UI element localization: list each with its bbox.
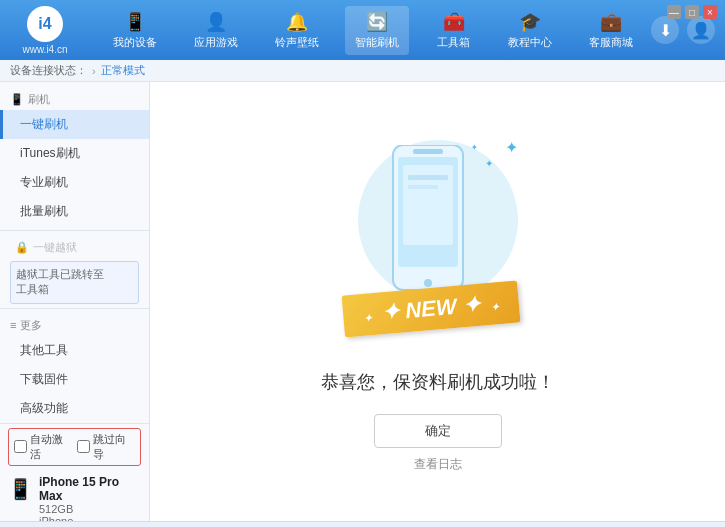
success-text: 恭喜您，保资料刷机成功啦！	[321, 370, 555, 394]
sidebar-item-download-fw[interactable]: 下载固件	[0, 365, 149, 394]
sidebar-divider-1	[0, 230, 149, 231]
nav-service[interactable]: 💼 客服商城	[579, 6, 643, 55]
device-name: iPhone 15 Pro Max	[39, 475, 141, 503]
sidebar-section-jailbreak: 🔒 一键越狱	[0, 235, 149, 258]
tutorials-icon: 🎓	[519, 11, 541, 33]
logo-text: www.i4.cn	[22, 44, 67, 55]
skip-wizard-checkbox[interactable]: 跳过向导	[77, 432, 135, 462]
sidebar-item-advanced[interactable]: 高级功能	[0, 394, 149, 423]
svg-point-3	[424, 279, 432, 287]
nav-smart-flash-label: 智能刷机	[355, 35, 399, 50]
confirm-button[interactable]: 确定	[374, 414, 502, 448]
sidebar-divider-2	[0, 308, 149, 309]
maximize-button[interactable]: □	[685, 5, 699, 19]
header: i4 www.i4.cn 📱 我的设备 👤 应用游戏 🔔 铃声壁纸 🔄 智能刷机	[0, 0, 725, 60]
nav-ringtones-label: 铃声壁纸	[275, 35, 319, 50]
sidebar-item-itunes-flash[interactable]: iTunes刷机	[0, 139, 149, 168]
new-badge: ✦ NEW ✦	[341, 280, 520, 337]
main-area: 📱 刷机 一键刷机 iTunes刷机 专业刷机 批量刷机 🔒 一键越狱	[0, 82, 725, 521]
log-link[interactable]: 查看日志	[414, 456, 462, 473]
app-games-icon: 👤	[205, 11, 227, 33]
skip-wizard-input[interactable]	[77, 440, 90, 453]
nav-smart-flash[interactable]: 🔄 智能刷机	[345, 6, 409, 55]
ringtones-icon: 🔔	[286, 11, 308, 33]
nav-my-device-label: 我的设备	[113, 35, 157, 50]
flash-section-title: 刷机	[28, 92, 50, 107]
phone-svg	[388, 145, 468, 295]
sidebar-section-flash: 📱 刷机	[0, 87, 149, 110]
user-button[interactable]: 👤	[687, 16, 715, 44]
nav-tutorials-label: 教程中心	[508, 35, 552, 50]
svg-rect-5	[408, 175, 448, 180]
tools-icon: 🧰	[443, 11, 465, 33]
sidebar-section-more: ≡ 更多	[0, 313, 149, 336]
nav-service-label: 客服商城	[589, 35, 633, 50]
logo-icon: i4	[27, 6, 63, 42]
nav-app-games-label: 应用游戏	[194, 35, 238, 50]
device-storage: 512GB	[39, 503, 141, 515]
status-bar: 阻止iTunes运行 V7.98.66 客服 微信公众号 检查更新	[0, 521, 725, 527]
device-options-row: 自动激活 跳过向导	[8, 428, 141, 466]
breadcrumb-status: 正常模式	[101, 63, 145, 78]
my-device-icon: 📱	[124, 11, 146, 33]
download-button[interactable]: ⬇	[651, 16, 679, 44]
flash-section-icon: 📱	[10, 93, 24, 106]
sidebar-item-other-tools[interactable]: 其他工具	[0, 336, 149, 365]
service-icon: 💼	[600, 11, 622, 33]
auto-activate-checkbox[interactable]: 自动激活	[14, 432, 72, 462]
header-right: ⬇ 👤	[651, 16, 715, 44]
nav-tools[interactable]: 🧰 工具箱	[426, 6, 481, 55]
nav-bar: 📱 我的设备 👤 应用游戏 🔔 铃声壁纸 🔄 智能刷机 🧰 工具箱 🎓	[95, 6, 651, 55]
sidebar-jailbreak-note: 越狱工具已跳转至工具箱	[10, 261, 139, 304]
sidebar-item-pro-flash[interactable]: 专业刷机	[0, 168, 149, 197]
nav-ringtones[interactable]: 🔔 铃声壁纸	[265, 6, 329, 55]
more-section-icon: ≡	[10, 319, 16, 331]
nav-tools-label: 工具箱	[437, 35, 470, 50]
sparkle-2-icon: ✦	[485, 158, 493, 169]
device-details: iPhone 15 Pro Max 512GB iPhone	[39, 475, 141, 527]
main-content: ✦ ✦ ✦	[150, 82, 725, 521]
lock-icon: 🔒	[15, 241, 29, 254]
nav-my-device[interactable]: 📱 我的设备	[103, 6, 167, 55]
breadcrumb-prefix: 设备连接状态：	[10, 63, 87, 78]
close-button[interactable]: ×	[703, 5, 717, 19]
nav-tutorials[interactable]: 🎓 教程中心	[498, 6, 562, 55]
sidebar: 📱 刷机 一键刷机 iTunes刷机 专业刷机 批量刷机 🔒 一键越狱	[0, 82, 150, 521]
sparkle-3-icon: ✦	[471, 143, 478, 152]
sidebar-item-batch-flash[interactable]: 批量刷机	[0, 197, 149, 226]
nav-app-games[interactable]: 👤 应用游戏	[184, 6, 248, 55]
auto-activate-input[interactable]	[14, 440, 27, 453]
svg-rect-6	[408, 185, 438, 189]
device-phone-icon: 📱	[8, 477, 33, 501]
breadcrumb: 设备连接状态： › 正常模式	[0, 60, 725, 82]
smart-flash-icon: 🔄	[366, 11, 388, 33]
svg-rect-2	[413, 149, 443, 154]
phone-illustration: ✦ ✦ ✦	[338, 130, 538, 350]
app-logo: i4 www.i4.cn	[10, 6, 80, 55]
minimize-button[interactable]: —	[667, 5, 681, 19]
sidebar-item-one-click-flash[interactable]: 一键刷机	[0, 110, 149, 139]
device-info: 📱 iPhone 15 Pro Max 512GB iPhone	[8, 471, 141, 527]
sparkle-1-icon: ✦	[505, 138, 518, 157]
window-controls: — □ ×	[667, 5, 717, 19]
device-section: 自动激活 跳过向导 📱 iPhone 15 Pro Max 512GB iPho…	[0, 423, 149, 527]
